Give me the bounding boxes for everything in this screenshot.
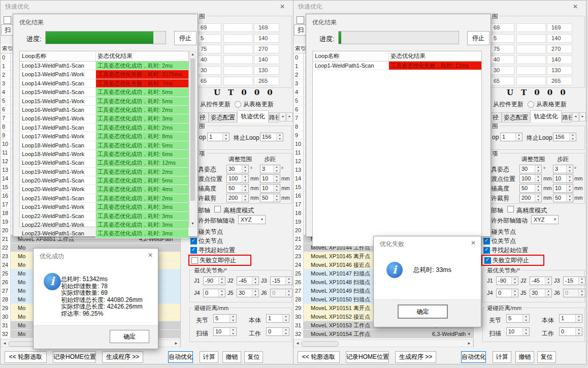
- joint-field[interactable]: 0: [271, 289, 285, 297]
- avoid-field[interactable]: 10: [214, 328, 230, 335]
- range-field[interactable]: 100: [227, 175, 242, 182]
- undo-button[interactable]: 撤销: [222, 351, 241, 363]
- range-field[interactable]: 50: [227, 185, 242, 192]
- table-row[interactable]: 32 MoveL XP10154 工作点 6,3-WeldPath▾: [293, 330, 473, 339]
- joint-field[interactable]: -45: [530, 277, 545, 285]
- step-field[interactable]: 10: [553, 185, 566, 192]
- calculate-button[interactable]: 计算: [493, 351, 511, 363]
- fail-stop-checkbox[interactable]: [191, 257, 198, 264]
- tab-scroll-left-icon[interactable]: ◄: [279, 112, 286, 121]
- fail-stop-highlight[interactable]: 失败立即停止: [481, 255, 544, 266]
- spinner-arrows-icon[interactable]: ▴▾: [218, 277, 225, 285]
- coord-field-mid[interactable]: [516, 66, 546, 75]
- spinner-arrows-icon[interactable]: ▴▾: [273, 194, 280, 202]
- close-icon[interactable]: ✕: [280, 3, 285, 10]
- step-field[interactable]: 3: [260, 165, 273, 173]
- coord-field-a[interactable]: 75: [194, 45, 221, 53]
- coord-field-b[interactable]: 140: [254, 34, 279, 43]
- spinner-arrows-icon[interactable]: ▴▾: [535, 185, 541, 192]
- scroll-thumb[interactable]: [190, 58, 195, 201]
- coord-field-a[interactable]: 69: [194, 23, 221, 32]
- ok-button[interactable]: 确定: [398, 305, 447, 318]
- high-precision-checkbox[interactable]: [214, 206, 221, 212]
- spinner-arrows-icon[interactable]: ▴▾: [566, 194, 573, 202]
- coord-field-mid[interactable]: [516, 55, 546, 64]
- result-row[interactable]: Loop13-WeldPath1-Work 工具姿态优化失败，耗时: 3175m…: [20, 70, 188, 79]
- result-row[interactable]: Loop16-WeldPath1-Scan 工具姿态优化成功，耗时: 2ms: [20, 106, 188, 114]
- undo-button[interactable]: 撤销: [515, 351, 534, 363]
- spinner-arrows-icon[interactable]: ▴▾: [566, 165, 573, 173]
- spinner-arrows-icon[interactable]: ▴▾: [273, 165, 280, 173]
- find-start-check[interactable]: 寻找起始位置: [190, 246, 235, 255]
- spinner-arrows-icon[interactable]: ▴▾: [222, 133, 229, 141]
- coord-field-a[interactable]: 30: [487, 66, 514, 75]
- avoid-field[interactable]: 5: [507, 315, 522, 322]
- coord-field-mid[interactable]: [223, 66, 253, 75]
- joint-field[interactable]: 0: [497, 289, 511, 297]
- result-row[interactable]: Loop15-WeldPath1-Work 工具姿态优化成功，耗时: 5ms: [20, 97, 188, 106]
- spinner-arrows-icon[interactable]: ▴▾: [242, 175, 248, 182]
- spinner-arrows-icon[interactable]: ▴▾: [511, 289, 518, 297]
- auto-optimize-button[interactable]: 自动优化: [461, 351, 486, 363]
- coord-field-a[interactable]: 75: [487, 45, 514, 53]
- follow-axis-select[interactable]: XYZ▾: [531, 215, 559, 224]
- tab-scroll-right-icon[interactable]: ►: [579, 112, 586, 121]
- find-start-check[interactable]: 寻找起始位置: [483, 246, 528, 255]
- step-field[interactable]: 3: [553, 165, 566, 173]
- loop-start-field[interactable]: 1: [501, 133, 515, 141]
- coord-field-b[interactable]: 130: [254, 66, 279, 75]
- spinner-arrows-icon[interactable]: ▴▾: [273, 175, 280, 182]
- spinner-arrows-icon[interactable]: ▴▾: [535, 165, 541, 173]
- scroll-right-icon[interactable]: ►: [174, 341, 178, 347]
- spinner-arrows-icon[interactable]: ▴▾: [282, 315, 289, 322]
- coord-field-a[interactable]: 65: [194, 77, 221, 85]
- result-row[interactable]: Loop22-WeldPath1-Scan 工具姿态优化成功，耗时: 3ms: [20, 212, 188, 221]
- spinner-arrows-icon[interactable]: ▴▾: [569, 133, 576, 141]
- ok-button[interactable]: 确定: [110, 330, 149, 343]
- scroll-left-icon[interactable]: ◄: [3, 341, 7, 347]
- calculate-button[interactable]: 计算: [200, 351, 218, 363]
- range-field[interactable]: 100: [520, 175, 535, 182]
- auto-optimize-button[interactable]: 自动优化: [168, 351, 193, 363]
- reset-button[interactable]: 复位: [244, 351, 263, 363]
- spinner-arrows-icon[interactable]: ▴▾: [252, 277, 258, 285]
- msgbox-close-icon[interactable]: ✕: [471, 239, 476, 247]
- coord-field-a[interactable]: 30: [194, 66, 221, 75]
- result-row[interactable]: Loop18-WeldPath1-Scan 工具姿态优化成功，耗时: 5ms: [20, 141, 188, 150]
- top-checkbox[interactable]: [4, 16, 11, 24]
- coord-field-mid[interactable]: [516, 77, 546, 85]
- spinner-arrows-icon[interactable]: ▴▾: [566, 175, 573, 182]
- limit-joint-check[interactable]: 位关节点: [190, 237, 223, 246]
- avoid-field[interactable]: 1: [267, 315, 282, 322]
- spinner-arrows-icon[interactable]: ▴▾: [545, 289, 551, 297]
- range-field[interactable]: 30: [227, 165, 242, 173]
- avoid-field[interactable]: 5: [214, 315, 230, 322]
- loop-start-field[interactable]: 1: [208, 133, 222, 141]
- tab-trajectory-optimize[interactable]: 轨迹优化: [530, 110, 562, 122]
- radio-from-table[interactable]: [235, 101, 241, 108]
- scroll-right-icon[interactable]: ►: [467, 341, 471, 347]
- joint-field[interactable]: -15: [271, 277, 285, 285]
- scroll-down-icon[interactable]: ▼: [190, 221, 195, 227]
- coord-field-mid[interactable]: [223, 34, 253, 43]
- generate-program-button[interactable]: 生成程序 >>: [102, 351, 143, 363]
- msgbox-close-icon[interactable]: ✕: [148, 252, 153, 259]
- find-start-checkbox[interactable]: [190, 247, 197, 254]
- result-row[interactable]: Loop15-WeldPath1-Scan 工具姿态优化成功，耗时: 5ms: [20, 88, 188, 97]
- step-field[interactable]: 10: [260, 185, 273, 192]
- coord-field-mid[interactable]: [516, 34, 546, 43]
- range-field[interactable]: 200: [520, 194, 535, 202]
- joint-field[interactable]: -90: [497, 277, 511, 285]
- spinner-arrows-icon[interactable]: ▴▾: [545, 277, 551, 285]
- stop-button[interactable]: 停止: [174, 31, 197, 45]
- avoid-field[interactable]: 0: [267, 328, 282, 335]
- find-start-checkbox[interactable]: [483, 247, 490, 254]
- joint-field[interactable]: 0: [204, 289, 218, 297]
- spinner-arrows-icon[interactable]: ▴▾: [230, 315, 236, 322]
- limit-joint-checkbox[interactable]: [483, 238, 490, 244]
- step-field[interactable]: 10: [553, 175, 566, 182]
- scroll-thumb[interactable]: [301, 341, 339, 347]
- avoid-field[interactable]: 10: [507, 328, 522, 335]
- avoid-field[interactable]: 0: [560, 328, 575, 335]
- coord-field-a[interactable]: 5: [194, 34, 221, 43]
